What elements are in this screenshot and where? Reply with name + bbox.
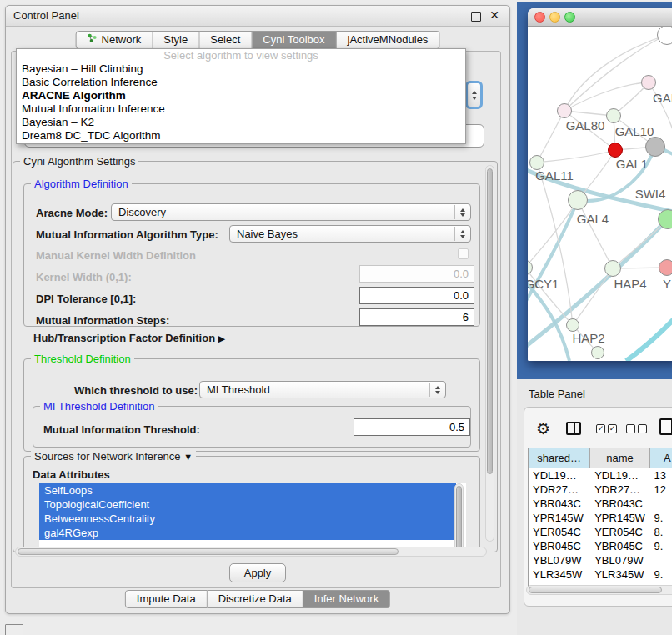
table-cell: 9. (650, 539, 672, 553)
deselect-columns-icon[interactable] (626, 424, 647, 433)
apply-button[interactable]: Apply (229, 563, 286, 582)
table-cell: YPR145W (529, 511, 590, 525)
column-header-name[interactable]: name (590, 448, 649, 468)
tab-label: Impute Data (137, 591, 196, 608)
new-table-icon[interactable] (659, 418, 672, 435)
mi-threshold-input[interactable] (354, 418, 470, 436)
table-row[interactable]: YLR345WYLR345W9. (529, 568, 672, 582)
sources-toggle[interactable]: Sources for Network Inference ▼ (31, 450, 196, 462)
tab-discretize-data[interactable]: Discretize Data (208, 590, 303, 608)
algorithm-definition-group: Algorithm Definition Aracne Mode: Discov… (23, 183, 480, 327)
network-node-gcy1[interactable] (528, 260, 533, 275)
attribute-list-scrollbar[interactable] (454, 483, 464, 553)
mi-steps-input[interactable] (359, 308, 474, 326)
algorithm-option-bayesian-hill-climbing[interactable]: Bayesian – Hill Climbing (17, 62, 465, 76)
table-cell (650, 497, 672, 511)
network-window-titlebar[interactable] (528, 8, 672, 27)
tab-cyni-toolbox[interactable]: Cyni Toolbox (252, 31, 336, 49)
network-node[interactable] (657, 27, 672, 45)
table-panel: ⚙ ✓ ✓ shared…nameA YDL19…YDL19…13YDR27…Y… (524, 407, 672, 607)
node-label-hap2: HAP2 (572, 331, 604, 345)
attribute-item-selfloops[interactable]: SelfLoops (39, 483, 456, 498)
scrollbar-thumb[interactable] (487, 168, 493, 474)
network-node-gal4[interactable] (568, 190, 588, 210)
minimized-panel-icon[interactable] (5, 624, 23, 635)
zoom-traffic-light-icon[interactable] (564, 12, 575, 22)
tab-impute-data[interactable]: Impute Data (125, 590, 208, 608)
table-cell (650, 553, 672, 568)
table-row[interactable]: YDR27…YDR27…12 (529, 482, 672, 497)
unchecked-box-icon (638, 424, 647, 433)
tab-select[interactable]: Select (199, 31, 252, 49)
algorithm-option-mutual-information-inference[interactable]: Mutual Information Inference (17, 102, 465, 116)
close-traffic-light-icon[interactable] (534, 12, 545, 22)
network-node-hap4[interactable] (604, 260, 621, 277)
select-all-columns-icon[interactable]: ✓ ✓ (596, 424, 617, 433)
threshold-definition-group: Threshold Definition Which threshold to … (23, 358, 480, 452)
which-threshold-label: Which threshold to use: (74, 384, 198, 397)
column-view-icon[interactable] (566, 422, 581, 435)
aracne-mode-select[interactable]: Discovery (111, 203, 471, 221)
table-row[interactable]: YDL19…YDL19…13 (529, 468, 672, 482)
aracne-mode-value: Discovery (118, 206, 166, 218)
tab-label: Cyni Toolbox (263, 32, 324, 48)
tab-jactivemnodules[interactable]: jActiveMNodules (337, 31, 440, 49)
tab-label: jActiveMNodules (348, 32, 429, 48)
minimize-traffic-light-icon[interactable] (549, 12, 560, 22)
node-label-gal10: GAL10 (615, 124, 654, 138)
node-label-hap4: HAP4 (614, 277, 646, 291)
which-threshold-select[interactable]: MI Threshold (199, 381, 446, 398)
settings-horizontal-scrollbar[interactable] (15, 547, 487, 557)
network-node-hap2[interactable] (566, 318, 579, 332)
table-row[interactable]: YBL079WYBL079W (529, 553, 672, 568)
mi-threshold-title: MI Threshold Definition (40, 400, 158, 412)
network-node-swi4[interactable] (658, 209, 672, 229)
network-node[interactable] (645, 137, 665, 157)
dpi-tolerance-input[interactable] (359, 287, 474, 304)
tab-infer-network[interactable]: Infer Network (303, 590, 390, 608)
table-row[interactable]: YBR043CYBR043C (529, 497, 672, 511)
scrollbar-thumb[interactable] (529, 587, 662, 593)
algorithm-option-dream8-dc-tdc-algorithm[interactable]: Dream8 DC_TDC Algorithm (17, 129, 465, 142)
table-horizontal-scrollbar[interactable] (526, 585, 672, 595)
attribute-item-topologicalcoefficient[interactable]: TopologicalCoefficient (39, 498, 456, 512)
column-header-shared[interactable]: shared… (529, 448, 590, 468)
hub-section-toggle[interactable]: Hub/Transcription Factor Definition ▶ (33, 332, 225, 344)
focused-combo-spinner[interactable] (465, 81, 483, 109)
network-node-gal[interactable] (641, 75, 656, 90)
attribute-item-gal4rgexp[interactable]: gal4RGexp (39, 526, 456, 540)
float-window-icon[interactable] (471, 12, 481, 22)
network-view-region: GALGAL80GAL10GAL1GAL11SWI4GAL4GCY1HAP4YH… (517, 2, 672, 379)
control-panel-title: Control Panel (13, 9, 79, 22)
mi-algorithm-type-select[interactable]: Naive Bayes (229, 225, 471, 242)
network-node[interactable] (591, 346, 604, 359)
application-window: Control Panel ✕ NetworkStyleSelectCyni T… (0, 0, 672, 635)
scrollbar-thumb[interactable] (18, 548, 399, 555)
algorithm-option-bayesian-k2[interactable]: Bayesian – K2 (17, 116, 465, 129)
settings-vertical-scrollbar[interactable] (485, 165, 494, 542)
mi-steps-label: Mutual Information Steps: (36, 314, 169, 327)
column-header-a[interactable]: A (650, 448, 672, 468)
close-icon[interactable]: ✕ (489, 8, 499, 22)
network-node-gal10[interactable] (606, 108, 621, 123)
scrollbar-thumb[interactable] (456, 486, 462, 553)
tab-label: Style (163, 32, 188, 48)
attribute-item-betweennesscentrality[interactable]: BetweennessCentrality (39, 512, 456, 526)
manual-kernel-label: Manual Kernel Width Definition (36, 249, 196, 262)
tab-style[interactable]: Style (153, 31, 199, 49)
algorithm-option-aracne-algorithm[interactable]: ARACNE Algorithm (17, 89, 465, 102)
gear-icon[interactable]: ⚙ (536, 419, 550, 438)
table-row[interactable]: YER054CYER054C8. (529, 525, 672, 539)
table-row[interactable]: YBR045CYBR045C9. (529, 539, 672, 553)
table-cell: 9. (650, 568, 672, 582)
control-panel-titlebar[interactable]: Control Panel ✕ (6, 6, 509, 27)
network-node-gal1[interactable] (608, 142, 623, 158)
network-node-gal80[interactable] (557, 103, 572, 118)
network-canvas[interactable]: GALGAL80GAL10GAL1GAL11SWI4GAL4GCY1HAP4YH… (528, 27, 672, 361)
table-cell: 9. (650, 511, 672, 525)
algorithm-option-basic-correlation-inference[interactable]: Basic Correlation Inference (17, 76, 465, 89)
network-window[interactable]: GALGAL80GAL10GAL1GAL11SWI4GAL4GCY1HAP4YH… (528, 8, 672, 361)
tab-network[interactable]: Network (76, 31, 153, 49)
table-row[interactable]: YPR145WYPR145W9. (529, 511, 672, 525)
network-node-y[interactable] (659, 259, 672, 276)
